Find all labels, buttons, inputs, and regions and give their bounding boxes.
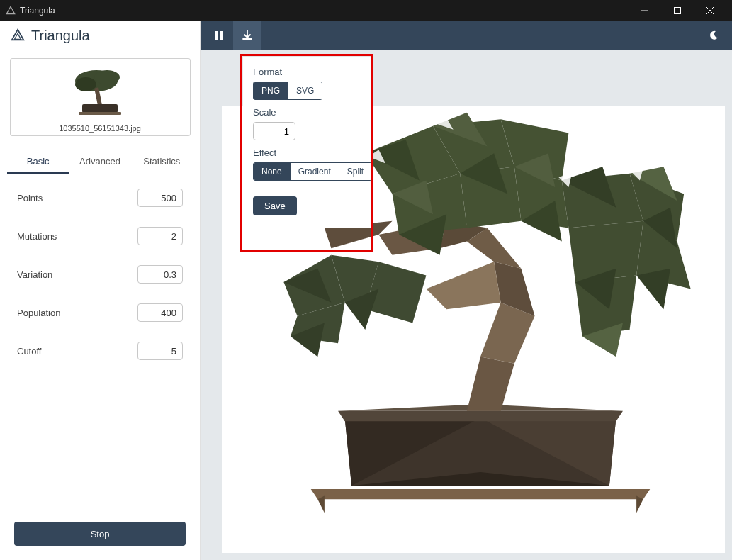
maximize-button[interactable] (661, 0, 694, 21)
source-thumbnail-area: 1035510_56151343.jpg (0, 50, 200, 142)
main-area: Format PNG SVG Scale Effect None Gradien… (201, 21, 732, 560)
svg-marker-59 (636, 269, 670, 309)
population-label: Population (17, 308, 60, 318)
export-panel: Format PNG SVG Scale Effect None Gradien… (243, 57, 371, 228)
svg-marker-5 (12, 30, 24, 40)
toolbar (201, 21, 732, 50)
svg-point-9 (75, 77, 96, 91)
mutations-input[interactable] (137, 227, 183, 245)
variation-label: Variation (17, 269, 52, 280)
points-input[interactable] (137, 189, 183, 207)
svg-marker-0 (6, 6, 15, 14)
basic-params: Points Mutations Variation Population Cu… (0, 174, 200, 522)
thumbnail-icon (64, 63, 135, 120)
app-icon-small (6, 6, 16, 16)
cutoff-input[interactable] (137, 342, 183, 360)
canvas-area: Format PNG SVG Scale Effect None Gradien… (201, 50, 732, 560)
svg-rect-12 (215, 31, 218, 40)
svg-point-8 (94, 70, 120, 84)
moon-icon (708, 30, 719, 41)
download-button[interactable] (233, 21, 261, 50)
param-cutoff: Cutoff (17, 342, 183, 360)
window-title: Triangula (20, 6, 629, 16)
window-controls (629, 0, 726, 21)
svg-rect-2 (675, 8, 681, 14)
effect-none-button[interactable]: None (254, 163, 291, 180)
app-logo-icon (10, 28, 26, 43)
tabs: Basic Advanced Statistics (7, 150, 193, 174)
pause-icon (214, 30, 224, 40)
pause-button[interactable] (205, 21, 233, 50)
param-population: Population (17, 303, 183, 322)
mutations-label: Mutations (17, 231, 57, 242)
effect-gradient-button[interactable]: Gradient (291, 163, 339, 180)
app-title: Triangula (31, 28, 90, 44)
stop-button[interactable]: Stop (14, 522, 186, 546)
population-input[interactable] (137, 303, 183, 322)
effect-split-button[interactable]: Split (339, 163, 371, 180)
svg-marker-28 (426, 262, 500, 309)
svg-rect-11 (79, 112, 121, 115)
tab-basic[interactable]: Basic (7, 150, 69, 174)
svg-marker-23 (467, 357, 514, 411)
tab-advanced[interactable]: Advanced (69, 150, 130, 174)
points-label: Points (17, 193, 43, 203)
theme-toggle-button[interactable] (699, 21, 728, 50)
cutoff-label: Cutoff (17, 346, 41, 357)
format-label: Format (253, 67, 361, 77)
save-button[interactable]: Save (253, 196, 297, 215)
format-png-button[interactable]: PNG (254, 82, 288, 99)
svg-marker-21 (338, 411, 623, 421)
download-icon (242, 30, 253, 41)
scale-label: Scale (253, 107, 361, 118)
svg-rect-10 (82, 104, 118, 113)
effect-group: None Gradient Split (253, 162, 372, 181)
close-button[interactable] (694, 0, 726, 21)
svg-marker-14 (311, 489, 651, 499)
variation-input[interactable] (137, 265, 183, 284)
effect-label: Effect (253, 147, 361, 158)
svg-rect-13 (220, 31, 223, 40)
tab-statistics[interactable]: Statistics (131, 150, 193, 174)
format-svg-button[interactable]: SVG (288, 82, 322, 99)
param-mutations: Mutations (17, 227, 183, 245)
param-variation: Variation (17, 265, 183, 284)
minimize-button[interactable] (629, 0, 661, 21)
window-titlebar: Triangula (0, 0, 732, 21)
format-group: PNG SVG (253, 82, 322, 100)
param-points: Points (17, 189, 183, 207)
source-filename: 1035510_56151343.jpg (11, 121, 190, 135)
sidebar: Triangula 1035510_56151343.jpg (0, 21, 201, 560)
app-header: Triangula (0, 21, 200, 50)
source-thumbnail[interactable]: 1035510_56151343.jpg (10, 58, 191, 136)
scale-input[interactable] (253, 122, 295, 140)
